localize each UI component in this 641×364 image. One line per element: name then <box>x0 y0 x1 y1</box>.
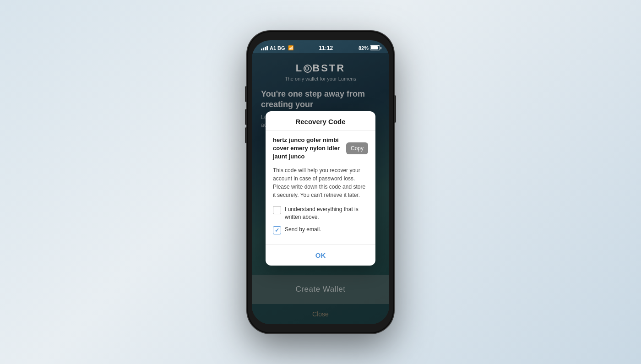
carrier-label: A1 BG <box>270 45 285 51</box>
battery-icon <box>370 45 380 50</box>
understand-checkbox[interactable] <box>273 206 281 214</box>
phone-device: A1 BG 📶 11:12 82% LOBSTR The only wallet… <box>247 31 394 333</box>
status-bar: A1 BG 📶 11:12 82% <box>252 40 389 53</box>
battery-percent-label: 82% <box>359 45 369 51</box>
email-checkbox[interactable] <box>273 226 281 234</box>
copy-button[interactable]: Copy <box>346 142 368 154</box>
status-right: 82% <box>359 45 380 51</box>
wifi-icon: 📶 <box>288 45 293 50</box>
understand-checkbox-row: I understand everything that is written … <box>273 206 368 221</box>
status-left: A1 BG 📶 <box>261 45 293 51</box>
ok-button[interactable]: OK <box>270 250 371 261</box>
signal-bar-3 <box>265 47 266 50</box>
phone-screen: A1 BG 📶 11:12 82% LOBSTR The only wallet… <box>252 40 389 324</box>
signal-bars-icon <box>261 46 268 50</box>
recovery-code-row: hertz junco gofer nimbi cover emery nylo… <box>273 136 368 161</box>
battery-fill <box>371 46 378 49</box>
signal-bar-1 <box>261 49 262 50</box>
signal-bar-4 <box>266 46 268 50</box>
modal-body: hertz junco gofer nimbi cover emery nylo… <box>266 130 375 244</box>
email-checkbox-label: Send by email. <box>285 226 321 234</box>
modal-overlay: Recovery Code hertz junco gofer nimbi co… <box>252 53 389 324</box>
recovery-code-text: hertz junco gofer nimbi cover emery nylo… <box>273 136 342 161</box>
email-checkbox-row: Send by email. <box>273 226 368 234</box>
modal-title: Recovery Code <box>266 111 375 130</box>
info-text: This code will help you recover your acc… <box>273 166 368 199</box>
screen-content: LOBSTR The only wallet for your Lumens Y… <box>252 53 389 324</box>
clock-display: 11:12 <box>319 45 333 51</box>
signal-bar-2 <box>263 48 264 50</box>
understand-checkbox-label: I understand everything that is written … <box>285 206 368 221</box>
modal-footer: OK <box>266 244 375 266</box>
recovery-code-modal: Recovery Code hertz junco gofer nimbi co… <box>266 111 375 266</box>
